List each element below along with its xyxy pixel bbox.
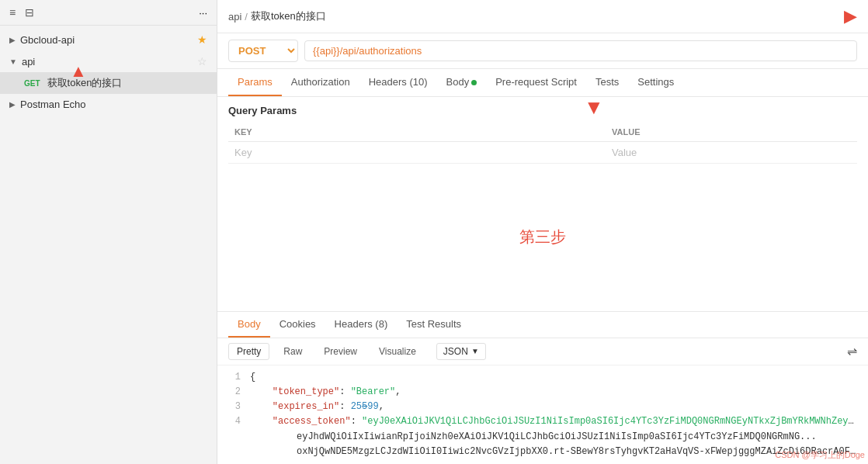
json-key-expires: "expires_in" (273, 401, 339, 412)
method-badge-get: GET (22, 78, 43, 88)
code-line-1: 1 { (228, 370, 857, 385)
line-num-1: 1 (228, 370, 241, 385)
tab-body[interactable]: Body (437, 69, 487, 96)
breadcrumb-sep: / (245, 11, 248, 23)
code-line-4: 4 "access_token": "eyJ0eXAiOiJKV1QiLCJhb… (228, 414, 857, 429)
line-content-2: "token_type": "Bearer", (250, 385, 857, 400)
chevron-right-icon: ▶ (9, 36, 16, 44)
format-visualize-btn[interactable]: Visualize (371, 344, 424, 359)
format-type-label: JSON (443, 346, 468, 357)
json-key-access-token: "access_token" (273, 416, 351, 427)
json-key-token-type: "token_type" (273, 386, 339, 397)
menu-icon[interactable]: ≡ (9, 6, 16, 19)
json-val-expires: 25599 (351, 401, 379, 412)
format-bar: Pretty Raw Preview Visualize JSON ▼ ⇌ (217, 338, 868, 365)
wrap-icon[interactable]: ⇌ (847, 344, 857, 358)
sidebar-item-api[interactable]: ▼ api ☆ (0, 50, 217, 72)
line-content-4b: eyJhdWQiOiIxIiwianRpIjoiNzh0eXAiOiJKV1Qi… (250, 430, 857, 445)
format-type-select[interactable]: JSON ▼ (436, 343, 486, 360)
json-val-access-token: "eyJ0eXAiOiJKV1QiLCJhbGciOiJSUzI1NiIsImp… (362, 416, 857, 427)
format-preview-btn[interactable]: Preview (316, 344, 365, 359)
col-value: VALUE (606, 123, 857, 142)
api-collection-group: ▼ api ☆ GET 获取token的接口 ▲ (0, 50, 217, 94)
sidebar-topbar: ≡ ⊟ ··· (0, 0, 217, 26)
main-topbar: api / 获取token的接口 ▶ (217, 0, 868, 33)
response-tab-cookies[interactable]: Cookies (270, 312, 325, 338)
line-content-3: "expires_in": 25599, (250, 400, 857, 414)
collection-name: Postman Echo (20, 99, 86, 110)
star-icon[interactable]: ★ (197, 33, 207, 46)
main-panel: api / 获取token的接口 ▶ POST GET PUT PATCH DE… (217, 0, 868, 464)
response-tab-body[interactable]: Body (228, 312, 270, 338)
line-num-4b (228, 430, 241, 445)
url-bar: POST GET PUT PATCH DELETE (217, 33, 868, 69)
sidebar-item-postman-echo[interactable]: ▶ Postman Echo (0, 94, 217, 115)
format-raw-btn[interactable]: Raw (276, 344, 310, 359)
collection-name: api (22, 56, 35, 68)
line-content-4c: oxNjQwNDE5MzgzLCJzdWIiOiI0Iiwic2NvcGVzIj… (250, 445, 857, 459)
value-cell[interactable]: Value (606, 142, 857, 164)
code-line-4c: oxNjQwNDE5MzgzLCJzdWIiOiI0Iiwic2NvcGVzIj… (228, 445, 857, 459)
params-table: KEY VALUE Key Value (228, 123, 857, 164)
breadcrumb-current: 获取token的接口 (251, 9, 326, 23)
line-num-2: 2 (228, 385, 241, 400)
response-tab-testresults[interactable]: Test Results (397, 312, 470, 338)
chevron-right-icon: ▶ (9, 100, 16, 109)
collection-list: ▶ Gbcloud-api ★ ▼ api ☆ GET 获取token的接口 ▲ (0, 26, 217, 118)
key-cell[interactable]: Key (228, 142, 606, 164)
tab-params[interactable]: Params (228, 69, 282, 96)
body-dot (471, 80, 477, 85)
query-params-title: Query Params (228, 105, 857, 116)
json-val-token-type: "Bearer" (351, 386, 396, 397)
request-tabs-bar: Params Authorization Headers (10) Body P… (217, 69, 868, 97)
query-params-section: Query Params KEY VALUE Key Value (217, 97, 868, 164)
code-line-3: 3 "expires_in": 25599, (228, 400, 857, 414)
chevron-down-icon: ▼ (9, 57, 17, 66)
star-empty-icon[interactable]: ☆ (197, 55, 207, 68)
filter-icon[interactable]: ⊟ (25, 6, 34, 19)
tab-settings[interactable]: Settings (628, 69, 683, 96)
table-row: Key Value (228, 142, 857, 164)
request-name: 获取token的接口 (47, 76, 123, 90)
annotation-arrow-right: ▶ (844, 6, 857, 26)
response-tab-headers[interactable]: Headers (8) (325, 312, 398, 338)
code-area: 1 { 2 "token_type": "Bearer", 3 "expires… (217, 365, 868, 464)
sidebar-icons: ≡ ⊟ (9, 6, 34, 19)
breadcrumb: api / 获取token的接口 (228, 9, 838, 23)
response-section: Body Cookies Headers (8) Test Results Pr… (217, 311, 868, 464)
breadcrumb-api: api (228, 11, 241, 23)
code-line-4b: eyJhdWQiOiIxIiwianRpIjoiNzh0eXAiOiJKV1Qi… (228, 430, 857, 445)
line-num-4c (228, 445, 241, 459)
sidebar: ≡ ⊟ ··· ▶ Gbcloud-api ★ ▼ api ☆ GET 获取to… (0, 0, 217, 464)
line-num-3: 3 (228, 400, 241, 414)
sidebar-item-get-token[interactable]: GET 获取token的接口 (0, 72, 217, 94)
tab-headers[interactable]: Headers (10) (359, 69, 437, 96)
collection-name: Gbcloud-api (20, 34, 75, 46)
line-content-4: "access_token": "eyJ0eXAiOiJKV1QiLCJhbGc… (250, 414, 857, 429)
code-line-2: 2 "token_type": "Bearer", (228, 385, 857, 400)
line-content-1: { (250, 370, 857, 385)
step-annotation: 第三步 (519, 227, 566, 248)
url-input[interactable] (304, 40, 857, 61)
tab-tests[interactable]: Tests (586, 69, 628, 96)
tabs-container: Params Authorization Headers (10) Body P… (217, 69, 868, 97)
response-tabs-bar: Body Cookies Headers (8) Test Results (217, 312, 868, 338)
tab-authorization[interactable]: Authorization (282, 69, 359, 96)
tab-prerequest[interactable]: Pre-request Script (486, 69, 586, 96)
more-icon[interactable]: ··· (199, 7, 207, 19)
sidebar-item-gbcloud-api[interactable]: ▶ Gbcloud-api ★ (0, 29, 217, 50)
method-select[interactable]: POST GET PUT PATCH DELETE (228, 40, 298, 62)
line-num-4: 4 (228, 414, 241, 429)
format-pretty-btn[interactable]: Pretty (228, 343, 269, 360)
chevron-down-icon: ▼ (471, 347, 479, 355)
col-key: KEY (228, 123, 606, 142)
annotation-area: 第三步 (217, 164, 868, 311)
